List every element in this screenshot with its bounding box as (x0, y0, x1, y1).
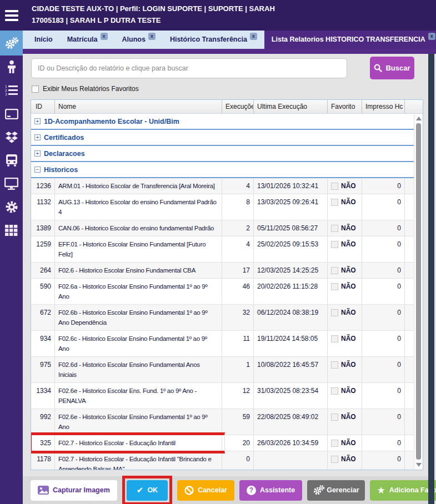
report-row[interactable]: 264F02.6 - Historico Escolar Ensino Fund… (31, 263, 414, 279)
sidebar-item-card[interactable] (0, 102, 23, 125)
group-row[interactable]: +1D-Acompanhamento Escolar - Unid/Bim (31, 114, 414, 130)
scrollbar-thumb[interactable] (416, 123, 421, 460)
search-input[interactable] (31, 58, 347, 78)
sidebar-item-dropbox[interactable] (0, 125, 23, 149)
favorite-checkbox[interactable] (331, 335, 338, 342)
expand-icon[interactable]: + (34, 134, 41, 140)
report-row[interactable]: 672F02.6b - Historico Escolar Ensino Fun… (31, 305, 414, 331)
group-row[interactable]: +Certificados (31, 130, 414, 146)
report-row[interactable]: 1178F02.7 - Historico Escolar - Educação… (31, 451, 414, 470)
search-button[interactable]: Buscar (370, 57, 414, 79)
printed-today-cell: 0 (362, 451, 405, 470)
sidebar-item-monitor[interactable] (0, 172, 23, 195)
favorite-value: NÃO (341, 454, 356, 464)
group-row[interactable]: −Historicos (31, 162, 414, 178)
scroll-down-icon[interactable] (416, 463, 422, 467)
favorite-value: NÃO (341, 308, 356, 317)
favorites-checkbox[interactable] (32, 85, 39, 93)
favorite-cell: NÃO (328, 435, 362, 451)
report-row[interactable]: 325F02.7 - Historico Escolar - Educação … (31, 435, 414, 451)
add-favorite-button[interactable]: ★ Adiciona Favorito (370, 480, 436, 501)
report-row[interactable]: 992F02.6e - Historico Escolar Ensino Fun… (31, 409, 414, 435)
favorite-checkbox[interactable] (331, 199, 338, 206)
executions-cell: 32 (222, 305, 254, 330)
tab-inicio[interactable]: Início (27, 31, 60, 49)
menu-button[interactable] (0, 0, 23, 31)
favorite-cell: NÃO (328, 236, 362, 262)
report-row[interactable]: 1334F02.6e - Historico Escolar Ens. Fund… (31, 383, 414, 409)
capture-image-button[interactable]: Capturar Imagem (31, 480, 117, 501)
report-row[interactable]: 1236ARM.01 - Historico Escolar de Transf… (31, 178, 414, 194)
favorite-checkbox[interactable] (331, 309, 338, 316)
report-row[interactable]: 1259EFF.01 - Historico Escolar Ensino Fu… (31, 236, 414, 263)
sidebar-item-grid[interactable] (0, 219, 23, 242)
ok-button[interactable]: ✔ OK (127, 480, 168, 501)
extra-cell (405, 194, 414, 220)
tab-bar: Início Matrículax Alunosx Histórico Tran… (23, 31, 436, 49)
column-header-id[interactable]: ID (31, 100, 55, 113)
report-name-cell: ARM.01 - Historico Escolar de Transferen… (55, 178, 222, 194)
sidebar-item-list[interactable]: 1 2 3 (0, 79, 23, 102)
sidebar-item-reports[interactable] (0, 31, 23, 56)
favorite-checkbox[interactable] (331, 283, 338, 290)
sidebar-item-person[interactable] (0, 56, 23, 79)
column-header-ultima-execucao[interactable]: Ultima Execução (254, 100, 328, 113)
extra-cell (405, 409, 414, 435)
tab-historico-transferencia[interactable]: Histórico Transferênciax (163, 31, 264, 49)
report-row[interactable]: 975F02.6d - Historico Escolar Ensino Fun… (31, 357, 414, 383)
manage-button[interactable]: Gerenciar (307, 480, 364, 501)
column-header-favorito[interactable]: Favorito (328, 100, 362, 113)
sidebar-item-settings[interactable] (0, 195, 23, 219)
expand-icon[interactable]: + (34, 150, 41, 157)
favorite-checkbox[interactable] (331, 387, 338, 395)
report-row[interactable]: 934F02.6c - Historico Escolar Ensino Fun… (31, 331, 414, 357)
executions-cell: 4 (222, 236, 254, 262)
report-row[interactable]: 1389CAN.06 - Historico Escolar do ensino… (31, 220, 414, 236)
executions-cell: 12 (222, 383, 254, 409)
report-row[interactable]: 1132AUG.13 - Historico Escolar do ensino… (31, 194, 414, 220)
main-content: Buscar Exibir Meus Relatórios Favoritos … (23, 54, 436, 504)
favorite-checkbox[interactable] (331, 440, 338, 447)
report-id-cell: 1236 (31, 178, 55, 194)
favorite-checkbox[interactable] (331, 183, 338, 190)
extra-cell (405, 236, 414, 262)
favorite-checkbox[interactable] (331, 361, 338, 369)
favorite-cell: NÃO (328, 409, 362, 435)
column-header-nome[interactable]: Nome (55, 100, 222, 113)
tab-matricula[interactable]: Matrículax (60, 31, 115, 49)
search-icon (374, 64, 382, 72)
favorite-wrap: NÃO (331, 334, 358, 344)
close-icon[interactable]: x (428, 33, 435, 40)
assistant-button[interactable]: ? Assistente (239, 480, 302, 501)
favorite-checkbox[interactable] (331, 456, 338, 463)
vertical-scrollbar[interactable] (414, 114, 423, 470)
tab-alunos[interactable]: Alunosx (115, 31, 163, 49)
tab-lista-relatorios[interactable]: Lista Relatorios HISTORICO TRANSFERENCIA… (264, 31, 436, 49)
expand-icon[interactable]: + (34, 118, 41, 124)
column-header-execucao[interactable]: Execuçõe (222, 100, 254, 113)
sidebar-item-bus[interactable] (0, 149, 23, 172)
favorite-checkbox[interactable] (331, 241, 338, 248)
close-icon[interactable]: x (101, 33, 108, 40)
close-icon[interactable]: x (250, 33, 257, 40)
report-row[interactable]: 590F02.6a - Historico Escolar Ensino Fun… (31, 279, 414, 305)
group-label: Historicos (44, 166, 78, 174)
close-icon[interactable]: x (148, 33, 156, 40)
cancel-button[interactable]: Cancelar (177, 480, 234, 501)
executions-cell: 20 (222, 435, 254, 451)
favorite-checkbox[interactable] (331, 225, 338, 232)
star-icon: ★ (377, 485, 385, 496)
report-id-cell: 1259 (31, 236, 55, 262)
favorite-checkbox[interactable] (331, 414, 338, 421)
scroll-up-icon[interactable] (416, 117, 422, 120)
favorite-wrap: NÃO (331, 386, 358, 396)
last-execution-cell: 06/12/2024 08:38:19 (254, 305, 328, 330)
favorite-cell: NÃO (328, 451, 362, 470)
executions-cell: 0 (222, 451, 254, 470)
group-row[interactable]: +Declaracoes (31, 146, 414, 162)
favorite-wrap: NÃO (331, 454, 358, 464)
favorite-checkbox[interactable] (331, 267, 338, 274)
collapse-icon[interactable]: − (34, 167, 41, 173)
accent-strip (23, 49, 436, 54)
column-header-impresso[interactable]: Impresso Hc (362, 100, 405, 113)
